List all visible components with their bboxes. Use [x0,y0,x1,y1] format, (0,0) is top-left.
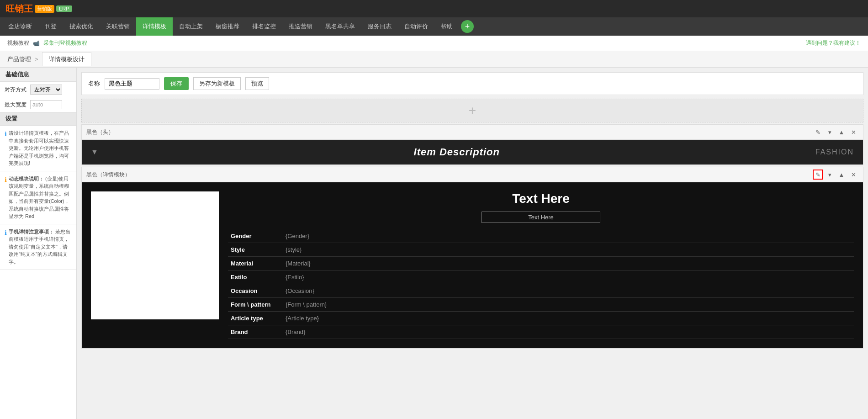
nav-bar: 全店诊断 刊登 搜索优化 关联营销 详情模板 自动上架 橱窗推荐 排名监控 推送… [0,17,868,36]
detail-up-button[interactable]: ▲ [836,170,847,180]
table-row: Brand{Brand} [228,325,854,339]
nav-item-paiming[interactable]: 排名监控 [246,17,282,36]
detail-image-placeholder [91,191,219,319]
fashion-header-content: ▼ Item Description FASHION [82,140,863,164]
table-cell-value: {style} [283,243,854,257]
table-cell-label: Brand [228,325,283,339]
table-cell-label: Material [228,257,283,270]
tip3-title: 手机详情注意事项： [9,229,54,234]
saveas-button[interactable]: 另存为新模板 [193,77,241,90]
nav-item-quandian[interactable]: 全店诊断 [2,17,38,36]
detail-text-input[interactable] [482,212,600,223]
top-bar: 旺销王 营销版 ERP [0,0,868,17]
breadcrumb-parent[interactable]: 产品管理 [7,55,31,64]
fashion-close-button[interactable]: ✕ [848,127,858,137]
nav-item-fuwu[interactable]: 服务日志 [361,17,398,36]
video-tutorial-link[interactable]: 采集刊登视频教程 [43,39,87,47]
detail-module-actions: ✎ ▾ ▲ ✕ [813,170,858,180]
tip3-icon: ℹ [5,228,7,266]
detail-module-block: 黑色（详情模块） ✎ ▾ ▲ ✕ Text Here Ge [81,167,863,349]
sub-nav: 视频教程 📹 采集刊登视频教程 遇到问题？我有建议！ [0,36,868,51]
fashion-up-button[interactable]: ▲ [836,127,847,137]
table-cell-label: Occasion [228,284,283,298]
nav-item-zidongjia[interactable]: 自动评价 [398,17,434,36]
tip2-text: 动态模块说明： (变量)使用该规则变量，系统自动模糊匹配产品属性并替换之。例如，… [9,175,72,220]
preview-button[interactable]: 预览 [245,77,269,90]
save-button[interactable]: 保存 [164,77,189,90]
add-block-icon: + [469,103,476,118]
breadcrumb-separator: > [35,56,38,63]
detail-block-header: 黑色（详情模块） ✎ ▾ ▲ ✕ [82,167,863,182]
detail-module-content: Text Here Gender{Gender}Style{style}Mate… [82,182,863,348]
fashion-header-block: 黑色（头） ✎ ▾ ▲ ✕ ▼ Item Description FASHION [81,124,863,165]
tip3-text: 手机详情注意事项： 若您当前模板适用于手机详情页，请勿使用"自定义文本"，请改用… [9,228,72,266]
table-cell-value: {Occasion} [283,284,854,298]
table-row: Form \ pattern{Form \ pattern} [228,298,854,312]
sidebar-align-label: 对齐方式 [5,86,27,94]
badge-erp: ERP [56,5,72,12]
sidebar-settings-title: 设置 [0,112,76,126]
detail-info: Text Here Gender{Gender}Style{style}Mate… [228,191,854,339]
nav-item-kandeng[interactable]: 刊登 [38,17,63,36]
fashion-block-title: 黑色（头） [86,128,114,136]
table-cell-value: {Estilo} [283,270,854,284]
nav-plus-button[interactable]: + [461,20,474,33]
table-cell-label: Estilo [228,270,283,284]
nav-item-chuchuang[interactable]: 橱窗推荐 [209,17,246,36]
fashion-block-header: 黑色（头） ✎ ▾ ▲ ✕ [82,125,863,140]
table-cell-value: {Form \ pattern} [283,298,854,312]
nav-item-xiangqing[interactable]: 详情模板 [136,17,173,36]
add-block-area[interactable]: + [81,99,863,122]
help-link[interactable]: 遇到问题？我有建议！ [806,39,861,47]
logo-text: 旺销王 [5,3,33,15]
nav-item-sousuo[interactable]: 搜索优化 [63,17,100,36]
detail-edit-button[interactable]: ✎ [813,170,823,180]
breadcrumb: 产品管理 > 详情模板设计 [0,51,868,68]
main-layout: 基础信息 对齐方式 左对齐 居中 右对齐 最大宽度 设置 ℹ 请设计详情页模板，… [0,68,868,419]
table-cell-label: Style [228,243,283,257]
detail-input-row [228,212,854,223]
fashion-label: FASHION [815,148,854,156]
nav-item-bangzhu[interactable]: 帮助 [434,17,459,36]
detail-table: Gender{Gender}Style{style}Material{Mater… [228,229,854,339]
tip1-text: 请设计详情页模板，在产品中直接套套用可以实现快速更新。无论用户使用手机客户端还是… [9,129,72,167]
table-row: Material{Material} [228,257,854,270]
table-row: Style{style} [228,243,854,257]
table-row: Occasion{Occasion} [228,284,854,298]
table-cell-value: {Brand} [283,325,854,339]
table-cell-label: Form \ pattern [228,298,283,312]
video-tutorial-label: 视频教程 [7,39,29,47]
tip2-icon: ℹ [5,175,7,220]
detail-main-title: Text Here [228,191,854,206]
detail-block-title: 黑色（详情模块） [86,171,130,179]
table-cell-value: {Material} [283,257,854,270]
sidebar-align-select[interactable]: 左对齐 居中 右对齐 [30,85,62,95]
fashion-edit-button[interactable]: ✎ [813,127,823,137]
fashion-title: Item Description [414,146,500,158]
table-row: Estilo{Estilo} [228,270,854,284]
table-cell-label: Gender [228,229,283,243]
fashion-module-actions: ✎ ▾ ▲ ✕ [813,127,858,137]
fashion-dropdown-button[interactable]: ▾ [825,127,835,137]
template-name-input[interactable] [105,78,159,90]
sidebar-maxwidth-input[interactable] [30,100,62,109]
nav-item-guanlian[interactable]: 关联营销 [100,17,136,36]
sidebar-tip1: ℹ 请设计详情页模板，在产品中直接套套用可以实现快速更新。无论用户使用手机客户端… [0,126,76,171]
fashion-arrow: ▼ [91,148,98,156]
table-row: Article type{Article type} [228,312,854,325]
sidebar-tip3: ℹ 手机详情注意事项： 若您当前模板适用于手机详情页，请勿使用"自定义文本"，请… [0,224,76,270]
sub-nav-left: 视频教程 📹 采集刊登视频教程 [7,39,87,47]
sidebar-maxwidth-label: 最大宽度 [5,101,27,109]
content-area: 名称 保存 另存为新模板 预览 + 黑色（头） ✎ ▾ ▲ ✕ ▼ [77,68,868,419]
detail-dropdown-button[interactable]: ▾ [825,170,835,180]
logo: 旺销王 营销版 ERP [5,3,72,15]
table-row: Gender{Gender} [228,229,854,243]
sidebar-tip2: ℹ 动态模块说明： (变量)使用该规则变量，系统自动模糊匹配产品属性并替换之。例… [0,171,76,224]
nav-item-zidong[interactable]: 自动上架 [173,17,209,36]
breadcrumb-current: 详情模板设计 [42,52,91,66]
table-cell-value: {Article type} [283,312,854,325]
nav-item-tuisong[interactable]: 推送营销 [282,17,319,36]
sidebar: 基础信息 对齐方式 左对齐 居中 右对齐 最大宽度 设置 ℹ 请设计详情页模板，… [0,68,77,419]
nav-item-hei[interactable]: 黑名单共享 [319,17,361,36]
detail-close-button[interactable]: ✕ [848,170,858,180]
